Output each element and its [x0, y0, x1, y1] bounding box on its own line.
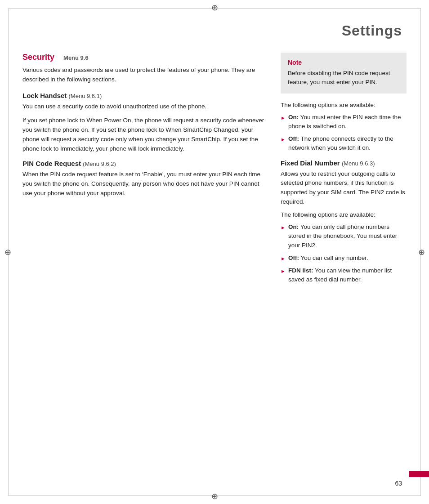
- security-heading-row: Security Menu 9.6: [22, 53, 267, 62]
- list-item: ► On: You can only call phone numbers st…: [281, 223, 407, 250]
- cross-right: ⊕: [417, 248, 425, 256]
- fixed-dial-para1: Allows you to restrict your outgoing cal…: [281, 169, 407, 207]
- fdn-list-label: FDN list:: [288, 267, 313, 274]
- pin-option-off: Off: The phone connects directly to the …: [288, 134, 407, 153]
- pin-code-request-heading: PIN Code Request (Menu 9.6.2): [22, 160, 267, 167]
- security-menu-ref: Menu 9.6: [63, 54, 89, 61]
- fixed-dial-options-intro: The following options are available:: [281, 211, 407, 218]
- bullet-arrow-icon: ►: [281, 114, 286, 122]
- cross-left: ⊕: [4, 248, 12, 256]
- fixed-dial-options-list: ► On: You can only call phone numbers st…: [281, 223, 407, 285]
- pin-off-label: Off:: [288, 135, 299, 142]
- bullet-arrow-icon: ►: [281, 268, 286, 275]
- lock-handset-menu-ref: (Menu 9.6.1): [69, 93, 102, 99]
- list-item: ► Off: You can call any number.: [281, 254, 407, 263]
- fixed-dial-heading: Fixed Dial Number (Menu 9.6.3): [281, 159, 407, 167]
- pin-code-para1: When the PIN code request feature is set…: [22, 170, 267, 198]
- bullet-arrow-icon: ►: [281, 136, 286, 143]
- bullet-arrow-icon: ►: [281, 255, 286, 263]
- fdn-option-list: FDN list: You can view the number list s…: [288, 266, 407, 285]
- cross-bottom: ⊕: [210, 492, 219, 500]
- fdn-option-on: On: You can only call phone numbers stor…: [288, 223, 407, 250]
- list-item: ► Off: The phone connects directly to th…: [281, 134, 407, 153]
- pin-on-label: On:: [288, 114, 299, 120]
- red-bar: [409, 471, 429, 477]
- list-item: ► FDN list: You can view the number list…: [281, 266, 407, 285]
- security-intro: Various codes and passwords are used to …: [22, 66, 267, 85]
- content-area: Security Menu 9.6 Various codes and pass…: [0, 53, 429, 291]
- lock-handset-heading: Lock Handset (Menu 9.6.1): [22, 92, 267, 99]
- pin-code-menu-ref: (Menu 9.6.2): [83, 161, 116, 167]
- bullet-arrow-icon: ►: [281, 224, 286, 232]
- pin-options-intro: The following options are available:: [281, 102, 407, 108]
- pin-options-list: ► On: You must enter the PIN each time t…: [281, 113, 407, 153]
- right-column: Note Before disabling the PIN code reque…: [281, 53, 407, 291]
- cross-top: ⊕: [210, 4, 219, 12]
- pin-option-on: On: You must enter the PIN each time the…: [288, 113, 407, 131]
- page-number: 63: [395, 480, 402, 487]
- fixed-dial-menu-ref: (Menu 9.6.3): [342, 160, 375, 167]
- left-column: Security Menu 9.6 Various codes and pass…: [22, 53, 267, 291]
- page-title: Settings: [342, 22, 402, 39]
- lock-handset-para1: You can use a security code to avoid una…: [22, 102, 267, 112]
- fdn-on-label: On:: [288, 223, 299, 230]
- fdn-off-label: Off:: [288, 254, 299, 261]
- note-title: Note: [288, 59, 399, 66]
- note-box: Note Before disabling the PIN code reque…: [281, 53, 407, 94]
- fdn-option-off: Off: You can call any number.: [288, 254, 368, 263]
- note-text: Before disabling the PIN code request fe…: [288, 69, 399, 87]
- security-title: Security: [22, 53, 54, 62]
- list-item: ► On: You must enter the PIN each time t…: [281, 113, 407, 131]
- lock-handset-para2: If you set phone lock to When Power On, …: [22, 116, 267, 154]
